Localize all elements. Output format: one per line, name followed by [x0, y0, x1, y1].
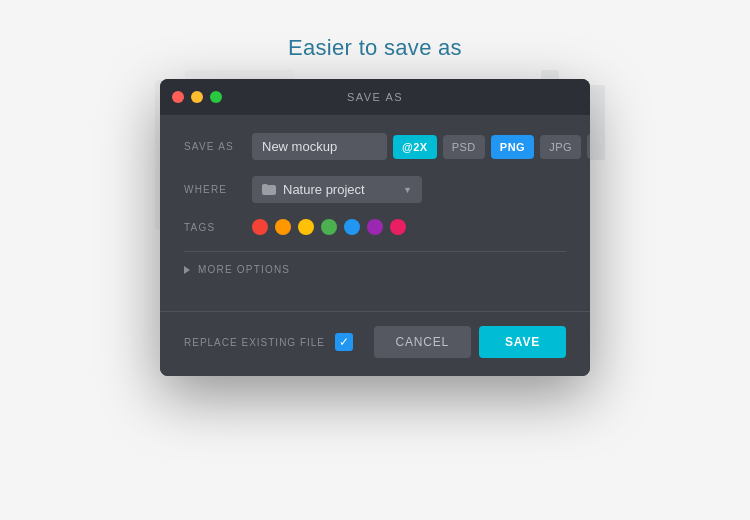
divider	[184, 251, 566, 252]
tag-dot-orange[interactable]	[275, 219, 291, 235]
tags-label: TAGS	[184, 222, 252, 233]
dialog-title-bar: SAVE AS	[160, 79, 590, 115]
where-row: WHERE Nature project ▼	[184, 176, 566, 203]
where-folder-name: Nature project	[283, 182, 396, 197]
save-button[interactable]: SAVE	[479, 326, 566, 358]
save-as-row: SAVE AS @2X PSD PNG JPG ···	[184, 133, 566, 160]
expand-icon	[184, 266, 190, 274]
page-title: Easier to save as	[288, 35, 462, 61]
dialog-body: SAVE AS @2X PSD PNG JPG ··· WHERE Nature…	[160, 115, 590, 311]
more-options-row[interactable]: MORE OPTIONS	[184, 264, 566, 275]
save-as-controls: @2X PSD PNG JPG ···	[252, 133, 590, 160]
folder-icon	[262, 184, 276, 195]
tag-dot-yellow[interactable]	[298, 219, 314, 235]
tag-dot-red[interactable]	[252, 219, 268, 235]
filename-input[interactable]	[252, 133, 387, 160]
tags-row: TAGS	[184, 219, 566, 235]
minimize-window-button[interactable]	[191, 91, 203, 103]
checkmark-icon: ✓	[339, 336, 349, 348]
dialog-footer: REPLACE EXISTING FILE ✓ CANCEL SAVE	[160, 311, 590, 376]
tag-dot-blue[interactable]	[344, 219, 360, 235]
replace-checkbox[interactable]: ✓	[335, 333, 353, 351]
replace-label: REPLACE EXISTING FILE	[184, 337, 325, 348]
format-btn-psd[interactable]: PSD	[443, 135, 485, 159]
format-btn-jpg[interactable]: JPG	[540, 135, 581, 159]
chevron-down-icon: ▼	[403, 185, 412, 195]
dialog-title: SAVE AS	[347, 91, 403, 103]
where-label: WHERE	[184, 184, 252, 195]
window-buttons	[172, 91, 222, 103]
tag-dot-purple[interactable]	[367, 219, 383, 235]
tag-dot-green[interactable]	[321, 219, 337, 235]
format-btn-2x[interactable]: @2X	[393, 135, 437, 159]
save-as-label: SAVE AS	[184, 141, 252, 152]
tags-dots	[252, 219, 406, 235]
maximize-window-button[interactable]	[210, 91, 222, 103]
cancel-button[interactable]: CANCEL	[374, 326, 471, 358]
format-btn-png[interactable]: PNG	[491, 135, 534, 159]
where-select[interactable]: Nature project ▼	[252, 176, 422, 203]
close-window-button[interactable]	[172, 91, 184, 103]
tag-dot-pink[interactable]	[390, 219, 406, 235]
save-as-dialog: SAVE AS SAVE AS @2X PSD PNG JPG ··· WHER…	[160, 79, 590, 376]
format-btn-more[interactable]: ···	[587, 134, 590, 159]
more-options-label: MORE OPTIONS	[198, 264, 290, 275]
